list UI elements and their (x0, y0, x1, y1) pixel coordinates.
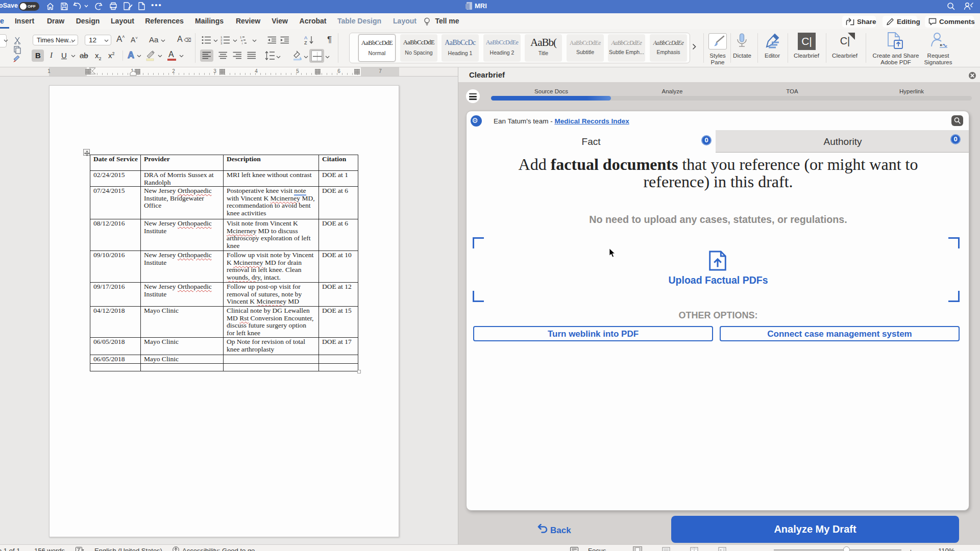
svg-text:3: 3 (220, 42, 223, 44)
svg-text:i: i (242, 42, 242, 44)
svg-text:Z: Z (304, 40, 307, 45)
svg-text:A: A (304, 35, 307, 40)
